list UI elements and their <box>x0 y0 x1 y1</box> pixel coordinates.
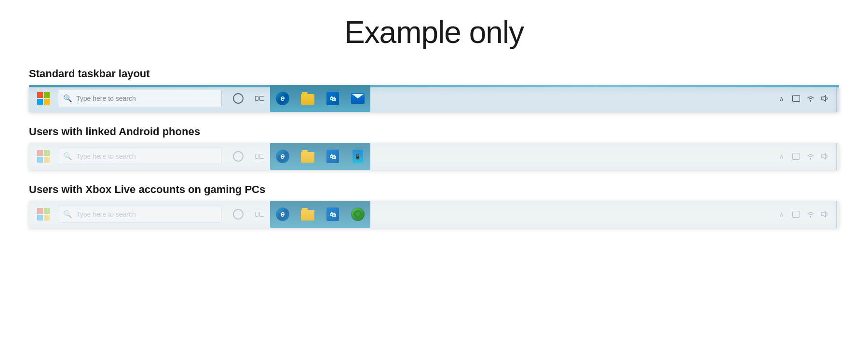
volume-icon[interactable] <box>818 85 832 112</box>
edge-icon-xbox: e <box>276 207 289 221</box>
cortana-button-xbox[interactable] <box>228 201 249 228</box>
action-center-shape-xbox <box>792 211 800 218</box>
page-title: Example only <box>29 14 839 50</box>
show-desktop-button-android[interactable] <box>836 143 839 170</box>
wifi-icon-android[interactable] <box>803 143 818 170</box>
taskbar-android: 🔍 Type here to search e <box>29 143 839 170</box>
section-label-xbox: Users with Xbox Live accounts on gaming … <box>29 183 839 196</box>
cortana-button[interactable] <box>228 85 249 112</box>
search-placeholder-text: Type here to search <box>76 95 136 102</box>
task-view-button-android[interactable] <box>249 143 270 170</box>
cortana-button-android[interactable] <box>228 143 249 170</box>
action-center-icon-xbox[interactable] <box>789 201 803 228</box>
windows-logo-icon <box>37 92 50 105</box>
section-standard: Standard taskbar layout 🔍 Type here to s… <box>29 68 839 112</box>
system-tray-xbox: ∧ <box>771 201 836 228</box>
start-button[interactable] <box>29 85 58 112</box>
system-tray-android: ∧ <box>771 143 836 170</box>
windows-logo-icon-android <box>37 150 50 163</box>
store-icon-android: 🛍 <box>326 150 339 163</box>
cortana-icon <box>233 93 244 104</box>
volume-svg <box>821 95 829 102</box>
start-button-xbox[interactable] <box>29 201 58 228</box>
pinned-icons-strip-android: e 🛍 📱 <box>270 143 370 170</box>
edge-pinned-icon-xbox[interactable]: e <box>270 201 295 228</box>
file-explorer-icon-android <box>301 150 314 163</box>
cortana-icon-xbox <box>233 209 244 220</box>
mail-icon <box>351 93 365 104</box>
show-desktop-button[interactable] <box>836 85 839 112</box>
search-area-xbox: 🔍 Type here to search <box>58 206 228 223</box>
store-pinned-icon[interactable]: 🛍 <box>320 85 345 112</box>
system-tray: ∧ <box>771 85 836 112</box>
file-explorer-pinned-icon-xbox[interactable] <box>295 201 320 228</box>
edge-pinned-icon-android[interactable]: e <box>270 143 295 170</box>
xbox-icon <box>351 207 365 221</box>
phone-pinned-icon-android[interactable]: 📱 <box>345 143 370 170</box>
search-bar-xbox[interactable]: 🔍 Type here to search <box>58 206 222 223</box>
wifi-icon[interactable] <box>803 85 818 112</box>
edge-icon-android: e <box>276 150 289 163</box>
search-icon-xbox: 🔍 <box>63 210 72 219</box>
volume-svg-xbox <box>821 211 829 218</box>
taskbar-xbox: 🔍 Type here to search e <box>29 201 839 228</box>
file-explorer-pinned-icon-android[interactable] <box>295 143 320 170</box>
chevron-up-icon-android[interactable]: ∧ <box>774 143 789 170</box>
search-bar-android[interactable]: 🔍 Type here to search <box>58 148 222 165</box>
section-android: Users with linked Android phones 🔍 Type … <box>29 125 839 170</box>
section-label-standard: Standard taskbar layout <box>29 68 839 80</box>
action-center-icon-android[interactable] <box>789 143 803 170</box>
action-center-shape-android <box>792 153 800 160</box>
file-explorer-icon <box>301 92 314 105</box>
section-label-android: Users with linked Android phones <box>29 125 839 138</box>
task-view-icon <box>255 96 264 101</box>
mail-pinned-icon[interactable] <box>345 85 370 112</box>
volume-icon-xbox[interactable] <box>818 201 832 228</box>
phone-icon-android: 📱 <box>353 150 363 163</box>
wifi-svg-xbox <box>806 211 815 218</box>
svg-marker-1 <box>822 153 826 159</box>
edge-pinned-icon[interactable]: e <box>270 85 295 112</box>
chevron-up-icon-xbox[interactable]: ∧ <box>774 201 789 228</box>
edge-icon: e <box>276 92 289 105</box>
section-xbox: Users with Xbox Live accounts on gaming … <box>29 183 839 228</box>
wifi-icon-xbox[interactable] <box>803 201 818 228</box>
taskbar-top-stripe <box>29 85 839 87</box>
chevron-up-icon[interactable]: ∧ <box>774 85 789 112</box>
search-area-android: 🔍 Type here to search <box>58 148 228 165</box>
file-explorer-icon-xbox <box>301 208 314 221</box>
wifi-svg <box>806 95 815 102</box>
xbox-pinned-icon[interactable] <box>345 201 370 228</box>
pinned-icons-strip-xbox: e 🛍 <box>270 201 370 228</box>
task-view-button-xbox[interactable] <box>249 201 270 228</box>
store-pinned-icon-android[interactable]: 🛍 <box>320 143 345 170</box>
wifi-svg-android <box>806 153 815 160</box>
search-placeholder-xbox: Type here to search <box>76 210 136 218</box>
action-center-icon[interactable] <box>789 85 803 112</box>
task-view-icon-xbox <box>255 212 264 217</box>
search-placeholder-android: Type here to search <box>76 152 136 160</box>
action-center-shape <box>792 95 800 102</box>
search-bar[interactable]: 🔍 Type here to search <box>58 90 222 107</box>
store-pinned-icon-xbox[interactable]: 🛍 <box>320 201 345 228</box>
store-icon: 🛍 <box>326 92 339 105</box>
search-icon: 🔍 <box>63 94 72 103</box>
taskbar-standard: 🔍 Type here to search e <box>29 85 839 112</box>
volume-icon-android[interactable] <box>818 143 832 170</box>
show-desktop-button-xbox[interactable] <box>836 201 839 228</box>
windows-logo-icon-xbox <box>37 208 50 221</box>
task-view-button[interactable] <box>249 85 270 112</box>
search-icon-android: 🔍 <box>63 152 72 161</box>
xbox-svg <box>353 209 363 219</box>
svg-marker-3 <box>822 211 826 217</box>
pinned-icons-strip: e 🛍 <box>270 85 370 112</box>
task-view-icon-android <box>255 154 264 159</box>
volume-svg-android <box>821 153 829 160</box>
store-icon-xbox: 🛍 <box>326 207 339 221</box>
start-button-android[interactable] <box>29 143 58 170</box>
file-explorer-pinned-icon[interactable] <box>295 85 320 112</box>
svg-marker-0 <box>822 96 826 101</box>
cortana-icon-android <box>233 151 244 162</box>
